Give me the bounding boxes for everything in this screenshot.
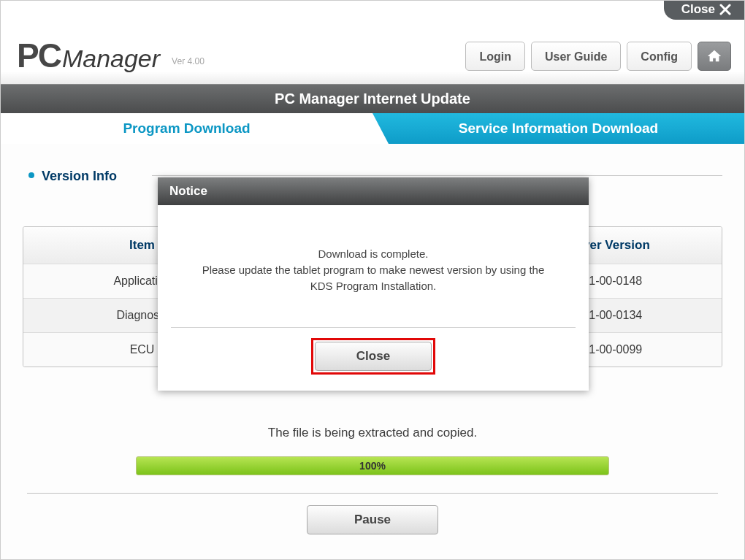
login-button[interactable]: Login — [465, 42, 525, 71]
close-icon — [719, 4, 731, 15]
progress-bar: 100% — [136, 456, 609, 475]
app-version: Ver 4.00 — [172, 56, 205, 66]
tab-program-download[interactable]: Program Download — [1, 113, 372, 144]
user-guide-button[interactable]: User Guide — [531, 42, 621, 71]
status-text: The file is being extracted and copied. — [23, 426, 722, 440]
dialog-text-line: KDS Program Installation. — [180, 278, 567, 294]
footer-divider — [27, 493, 718, 494]
dialog-text-line: Please update the tablet program to make… — [180, 262, 567, 278]
config-button[interactable]: Config — [627, 42, 692, 71]
dialog-text-line: Download is complete. — [180, 246, 567, 262]
dialog-title: Notice — [158, 177, 589, 205]
app-logo: PC Manager Ver 4.00 — [17, 36, 205, 75]
tab-service-information-download[interactable]: Service Information Download — [372, 113, 744, 144]
dialog-body: Download is complete. Please update the … — [158, 205, 589, 301]
window-close-button[interactable]: Close — [664, 1, 744, 20]
dialog-close-button[interactable]: Close — [315, 342, 432, 371]
home-button[interactable] — [698, 42, 731, 71]
notice-dialog: Notice Download is complete. Please upda… — [158, 177, 589, 391]
section-version-info: Version Info — [28, 169, 117, 184]
home-icon — [706, 48, 722, 64]
section-divider — [152, 175, 722, 176]
progress-label: 100% — [359, 460, 386, 472]
dialog-close-highlight: Close — [311, 338, 435, 375]
window-close-label: Close — [681, 2, 715, 17]
logo-pc-text: PC — [17, 36, 61, 75]
page-title: PC Manager Internet Update — [1, 84, 744, 113]
logo-manager-text: Manager — [62, 45, 160, 73]
pause-button[interactable]: Pause — [307, 505, 438, 534]
